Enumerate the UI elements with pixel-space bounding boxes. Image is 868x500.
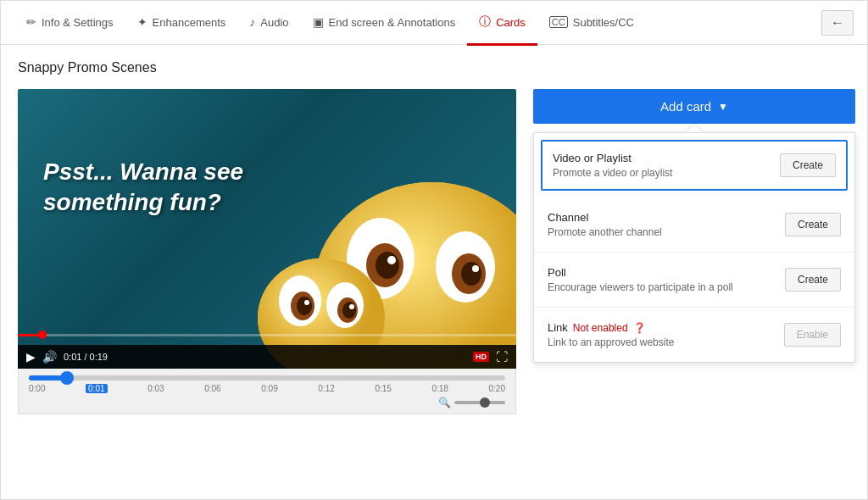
play-button[interactable]: ▶ [26,350,36,364]
back-button[interactable]: ← [821,10,854,36]
svg-point-19 [349,304,354,309]
help-icon[interactable]: ❓ [633,322,646,334]
enable-link-button[interactable]: Enable [784,323,841,347]
add-card-button[interactable]: Add card ▼ [533,89,855,124]
card-option-poll-desc: Encourage viewers to participate in a po… [548,281,785,293]
dropdown-caret [686,124,703,132]
music-icon: ♪ [249,15,255,29]
volume-button[interactable]: 🔊 [42,350,57,364]
tab-enhancements[interactable]: ✦ Enhancements [125,2,238,46]
zoom-thumb [480,397,490,408]
video-player-wrap: Psst... Wanna see something fun? [18,89,516,414]
cc-icon: CC [549,16,568,28]
video-player: Psst... Wanna see something fun? [18,89,516,369]
page-content: Snappy Promo Scenes Psst... Wanna see so… [1,45,867,499]
edit-icon: ✏ [26,15,36,29]
page-title: Snappy Promo Scenes [18,60,850,75]
timeline-wrap: 0:00 0:01 0:03 0:06 0:09 0:12 0:15 0:18 … [18,369,516,414]
video-time: 0:01 / 0:19 [64,352,108,362]
card-option-link: Link Not enabled ❓ Link to an approved w… [534,308,854,362]
card-dropdown: Video or Playlist Promote a video or pla… [533,132,855,363]
svg-point-8 [461,262,481,286]
card-option-poll[interactable]: Poll Encourage viewers to participate in… [534,253,854,308]
svg-point-14 [297,297,312,315]
card-option-video-playlist-desc: Promote a video or playlist [553,167,780,179]
create-video-playlist-button[interactable]: Create [780,153,836,177]
video-controls-bar: ▶ 🔊 0:01 / 0:19 HD ⛶ [18,345,516,369]
card-option-channel-info: Channel Promote another channel [548,211,785,238]
card-option-link-desc: Link to an approved website [548,336,784,348]
timeline-zoom: 🔍 [29,397,505,408]
timeline-thumb[interactable] [60,371,74,385]
dropdown-arrow-icon: ▼ [718,101,728,113]
create-channel-button[interactable]: Create [785,213,841,236]
zoom-slider[interactable] [454,401,505,404]
screen-icon: ▣ [313,15,324,29]
card-option-channel[interactable]: Channel Promote another channel Create [534,197,854,253]
link-not-enabled-label: Not enabled [573,322,628,334]
tab-subtitles[interactable]: CC Subtitles/CC [537,2,646,46]
hd-badge: HD [473,352,489,362]
card-option-link-info: Link Not enabled ❓ Link to an approved w… [548,321,784,348]
timeline-bar[interactable] [29,375,505,381]
card-panel-wrap: Add card ▼ Video or Playlist Promote a v… [533,89,855,363]
tab-audio[interactable]: ♪ Audio [237,2,300,46]
fullscreen-button[interactable]: ⛶ [496,350,508,364]
timeline-current-time: 0:01 [86,384,107,393]
svg-point-15 [304,300,309,305]
svg-point-18 [342,302,356,319]
video-progress-bar[interactable] [18,334,516,336]
card-option-poll-title: Poll [548,266,785,279]
card-option-link-title: Link Not enabled ❓ [548,321,784,334]
sparkle-icon: ✦ [137,15,147,29]
card-option-channel-desc: Promote another channel [548,226,785,238]
card-option-video-playlist-info: Video or Playlist Promote a video or pla… [553,152,780,179]
info-circle-icon: ⓘ [479,14,491,30]
card-option-poll-info: Poll Encourage viewers to participate in… [548,266,785,293]
app-container: ✏ Info & Settings ✦ Enhancements ♪ Audio… [0,0,868,500]
tab-bar: ✏ Info & Settings ✦ Enhancements ♪ Audio… [1,1,867,45]
svg-point-9 [472,265,479,272]
tab-end-screen[interactable]: ▣ End screen & Annotations [301,2,468,46]
tab-cards[interactable]: ⓘ Cards [467,2,537,46]
video-overlay-text: Psst... Wanna see something fun? [43,157,243,219]
tab-info-settings[interactable]: ✏ Info & Settings [14,2,125,46]
zoom-icon: 🔍 [438,397,451,408]
create-poll-button[interactable]: Create [785,268,841,292]
card-option-video-playlist[interactable]: Video or Playlist Promote a video or pla… [541,140,848,191]
main-layout: Psst... Wanna see something fun? [18,89,850,414]
card-option-channel-title: Channel [548,211,785,224]
timeline-labels: 0:00 0:01 0:03 0:06 0:09 0:12 0:15 0:18 … [29,384,505,393]
card-option-video-playlist-title: Video or Playlist [553,152,780,164]
